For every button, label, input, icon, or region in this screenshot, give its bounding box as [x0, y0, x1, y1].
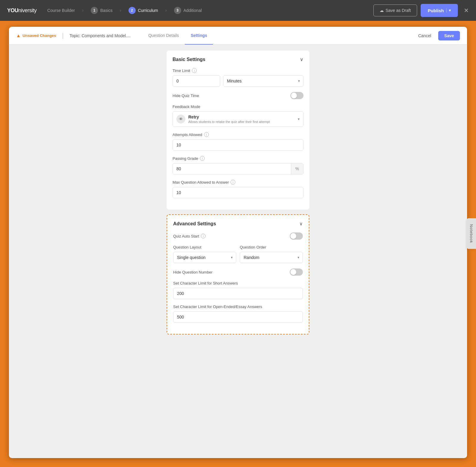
step-label-curriculum: Curriculum: [138, 8, 158, 13]
passing-grade-label: Passing Grade: [173, 156, 198, 161]
time-limit-field: Time Limit i Minutes Hours Seconds ▾: [173, 68, 303, 87]
time-unit-select[interactable]: Minutes Hours Seconds: [223, 75, 303, 87]
breadcrumb: Topic: Components and Model....: [70, 33, 131, 38]
feedback-mode-select[interactable]: 👁 Retry Allows students to retake the qu…: [173, 111, 303, 127]
attempts-allowed-info-icon[interactable]: i: [204, 132, 209, 137]
modal-header-actions: Cancel Save: [415, 31, 460, 40]
quiz-auto-start-toggle[interactable]: [290, 232, 303, 240]
time-limit-label: Time Limit: [173, 68, 190, 73]
step-num-1: 1: [91, 7, 98, 14]
passing-grade-field: Passing Grade i %: [173, 156, 303, 174]
hide-question-number-label: Hide Question Number: [173, 270, 212, 274]
tab-settings[interactable]: Settings: [185, 27, 213, 45]
nav-step-curriculum[interactable]: 2 Curriculum: [129, 7, 158, 14]
question-order-select-wrapper: Random Sequential Shuffle ▾: [240, 252, 303, 263]
feedback-mode-chevron-icon: ▾: [298, 117, 300, 121]
modal-tabs: Question Details Settings: [142, 27, 213, 45]
cancel-button[interactable]: Cancel: [415, 31, 435, 40]
time-limit-input[interactable]: [173, 75, 220, 87]
modal-header: ▲ Unsaved Changes | Topic: Components an…: [9, 27, 467, 45]
app-logo: YOUniversity: [7, 7, 37, 14]
question-layout-field: Question Layout Single question All ques…: [173, 245, 236, 263]
short-answer-limit-field: Set Character Limit for Short Answers: [173, 281, 303, 299]
topbar-actions: ☁ Save as Draft Publish ▾ ✕: [373, 4, 469, 17]
question-order-select[interactable]: Random Sequential Shuffle: [240, 252, 303, 263]
question-order-label: Question Order: [240, 245, 266, 249]
feedback-mode-label: Feedback Mode: [173, 104, 200, 109]
short-answer-limit-label: Set Character Limit for Short Answers: [173, 281, 238, 285]
unsaved-changes-badge: ▲ Unsaved Changes: [16, 33, 56, 38]
publish-label: Publish: [428, 8, 444, 13]
publish-button[interactable]: Publish ▾: [421, 4, 458, 17]
percent-label: %: [291, 163, 303, 174]
basic-settings-title: Basic Settings: [173, 57, 205, 62]
save-draft-button[interactable]: ☁ Save as Draft: [373, 4, 417, 16]
advanced-settings-title: Advanced Settings: [173, 221, 216, 227]
advanced-settings-header: Advanced Settings ∨: [173, 221, 303, 227]
essay-answer-limit-input[interactable]: [173, 311, 303, 323]
attempts-allowed-label: Attempts Allowed: [173, 132, 202, 137]
max-question-field: Max Question Allowed to Answer i: [173, 180, 303, 198]
question-order-field: Question Order Random Sequential Shuffle…: [240, 245, 303, 263]
hide-question-number-row: Hide Question Number: [173, 268, 303, 276]
attempts-allowed-input[interactable]: [173, 139, 303, 151]
step-label-additional: Additional: [184, 8, 202, 13]
quiz-auto-start-info-icon[interactable]: i: [201, 234, 206, 238]
quiz-auto-start-row: Quiz Auto Start i: [173, 232, 303, 240]
step-num-3: 3: [174, 7, 181, 14]
close-button[interactable]: ✕: [464, 7, 469, 14]
nav-step-basics[interactable]: 1 Basics: [91, 7, 112, 14]
modal-card: ▲ Unsaved Changes | Topic: Components an…: [9, 27, 467, 458]
quiz-auto-start-label: Quiz Auto Start: [173, 234, 199, 238]
step-num-2: 2: [129, 7, 136, 14]
essay-answer-limit-field: Set Character Limit for Open-Ended/Essay…: [173, 304, 303, 323]
save-draft-label: Save as Draft: [386, 8, 411, 13]
basic-settings-section: Basic Settings ∨ Time Limit i Minutes: [167, 51, 309, 210]
hide-quiz-time-label: Hide Quiz Time: [173, 93, 199, 98]
question-layout-select[interactable]: Single question All questions Paginated: [173, 252, 236, 263]
max-question-label: Max Question Allowed to Answer: [173, 180, 229, 185]
modal-save-button[interactable]: Save: [438, 31, 460, 40]
short-answer-limit-input[interactable]: [173, 288, 303, 299]
passing-grade-input-wrap: %: [173, 163, 303, 174]
essay-answer-limit-label: Set Character Limit for Open-Ended/Essay…: [173, 304, 262, 309]
feedback-eye-icon: 👁: [176, 115, 185, 124]
feedback-mode-desc: Allows students to retake the quiz after…: [188, 120, 295, 124]
max-question-info-icon[interactable]: i: [231, 180, 235, 185]
passing-grade-info-icon[interactable]: i: [200, 156, 205, 161]
publish-chevron-icon: ▾: [446, 8, 451, 13]
nav-course-builder[interactable]: Course Builder: [47, 8, 75, 13]
question-layout-select-wrapper: Single question All questions Paginated …: [173, 252, 236, 263]
notebook-tab[interactable]: Notebook: [467, 218, 476, 249]
nav-step-additional[interactable]: 3 Additional: [174, 7, 202, 14]
main-area: ▲ Unsaved Changes | Topic: Components an…: [0, 21, 476, 467]
hide-question-number-toggle[interactable]: [290, 268, 303, 276]
feedback-mode-title: Retry: [188, 115, 295, 119]
tab-question-details[interactable]: Question Details: [142, 27, 185, 45]
hide-quiz-time-toggle[interactable]: [290, 92, 303, 99]
question-layout-order-row: Question Layout Single question All ques…: [173, 245, 303, 268]
basic-settings-chevron-icon[interactable]: ∨: [300, 57, 303, 62]
unsaved-label: Unsaved Changes: [23, 33, 56, 38]
time-unit-select-wrapper: Minutes Hours Seconds ▾: [223, 75, 303, 87]
feedback-mode-field: Feedback Mode 👁 Retry Allows students to…: [173, 104, 303, 127]
attempts-allowed-field: Attempts Allowed i: [173, 132, 303, 151]
step-label-basics: Basics: [100, 8, 112, 13]
modal-body: Basic Settings ∨ Time Limit i Minutes: [9, 45, 467, 458]
top-bar: YOUniversity Course Builder › 1 Basics ›…: [0, 0, 476, 21]
passing-grade-input[interactable]: [173, 163, 291, 174]
cloud-icon: ☁: [380, 8, 384, 13]
time-limit-info-icon[interactable]: i: [192, 68, 197, 73]
hide-quiz-time-row: Hide Quiz Time: [173, 92, 303, 99]
question-layout-label: Question Layout: [173, 245, 201, 249]
basic-settings-header: Basic Settings ∨: [173, 57, 303, 62]
max-question-input[interactable]: [173, 187, 303, 198]
advanced-settings-section: Advanced Settings ∨ Quiz Auto Start i: [167, 214, 309, 335]
warning-icon: ▲: [16, 33, 21, 38]
advanced-settings-chevron-icon[interactable]: ∨: [299, 221, 303, 227]
course-builder-label: Course Builder: [47, 8, 75, 13]
